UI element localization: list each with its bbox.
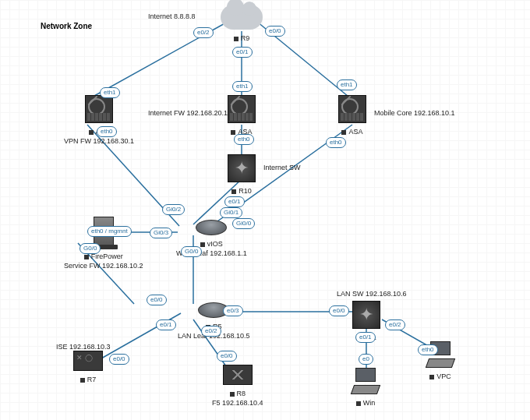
node-tag: FirePower (64, 252, 143, 260)
node-internet-cloud[interactable]: R9 (221, 5, 263, 42)
asa-icon (228, 95, 256, 123)
node-ise[interactable]: R7 (73, 351, 103, 383)
lansw-label: LAN SW 192.168.10.6 (337, 290, 407, 298)
node-tag: R7 (73, 376, 103, 383)
mobile-label: Mobile Core 192.168.10.1 (374, 109, 455, 117)
zone-title: Network Zone (41, 22, 92, 30)
port-label: Gi0/0 (232, 218, 255, 229)
port-label: e0/2 (193, 27, 214, 38)
node-internet-fw[interactable]: ASA (228, 95, 256, 136)
node-label: F5 192.168.10.4 (212, 399, 263, 407)
port-label: e0 (359, 354, 373, 365)
router-icon (196, 220, 227, 235)
diagram-canvas: Network Zone R9 Internet 8.8.8.8 ASA VPN… (0, 0, 530, 420)
node-f5[interactable]: R8 F5 192.168.10.4 (212, 365, 263, 407)
node-label: Service FW 192.168.10.2 (64, 262, 143, 270)
port-label: Gi0/3 (150, 228, 172, 238)
f5-icon (223, 365, 253, 385)
node-vpn-fw[interactable]: ASA VPN FW 192.168.30.1 (64, 95, 134, 145)
port-label: e0/0 (217, 351, 237, 362)
port-label: e0/1 (232, 47, 253, 58)
node-tag: VPC (427, 372, 454, 380)
inetfw-label: Internet FW 192.168.20.1 (148, 109, 228, 117)
node-mobile-core[interactable]: ASA (338, 95, 366, 136)
port-label: e0/0 (329, 305, 349, 316)
port-label: eth0 (234, 134, 254, 145)
node-tag: R9 (221, 34, 263, 42)
port-label: e0/1 (224, 196, 245, 207)
port-label: Gi0/2 (162, 204, 185, 215)
inetsw-label: Internet SW (263, 164, 301, 171)
port-label: e0/3 (223, 305, 243, 316)
switch-icon (228, 154, 256, 182)
port-label: e0/0 (147, 295, 167, 305)
port-label: Gi0/1 (220, 207, 242, 218)
cloud-label: Internet 8.8.8.8 (148, 12, 196, 20)
port-label: G0/0 (80, 243, 101, 254)
ise-label: ISE 192.168.10.3 (56, 343, 111, 351)
node-label: VPN FW 192.168.30.1 (64, 137, 134, 145)
switch-icon (352, 301, 380, 329)
port-label: e0/0 (109, 354, 129, 365)
asa-icon (85, 95, 113, 123)
port-label: e0/1 (156, 319, 176, 330)
port-label: eth1 (100, 87, 120, 98)
cloud-icon (221, 5, 263, 30)
port-label: eth0 (326, 137, 346, 148)
node-internet-sw[interactable]: R10 (228, 154, 256, 195)
port-label: e0/0 (265, 26, 285, 37)
port-label: eth1 (232, 81, 253, 92)
ise-icon (73, 351, 103, 371)
asa-icon (338, 95, 366, 123)
node-tag: R10 (228, 187, 256, 195)
port-label: e0/2 (201, 326, 221, 337)
port-label: e0/1 (355, 332, 376, 343)
node-tag: Win (352, 399, 379, 407)
pc-icon (352, 368, 379, 394)
node-firepower[interactable]: FirePower Service FW 192.168.10.2 (64, 217, 143, 270)
port-label: eth0 (418, 344, 438, 355)
port-label: G0/0 (181, 246, 202, 257)
port-label: eth0 (97, 126, 117, 137)
port-label: eth1 (337, 79, 357, 90)
port-label: eth0 / mgmnt (87, 226, 132, 237)
node-tag: ASA (338, 128, 366, 136)
node-win[interactable]: Win (352, 368, 379, 407)
node-tag: R8 (212, 390, 263, 397)
port-label: e0/2 (385, 319, 405, 330)
